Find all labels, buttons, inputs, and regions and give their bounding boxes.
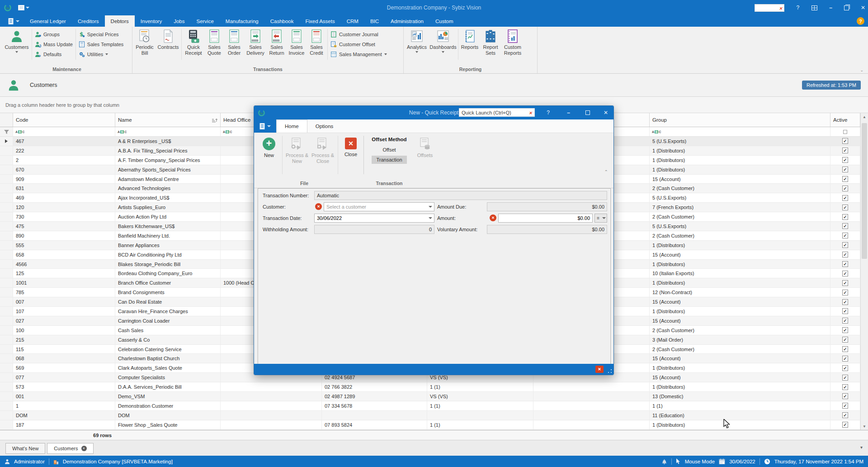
menu-service[interactable]: Service: [190, 15, 219, 27]
custom-reports-button[interactable]: Custom Reports: [501, 28, 524, 56]
periodic-bill-button[interactable]: Periodic Bill: [133, 28, 156, 56]
active-checkbox[interactable]: [842, 308, 848, 314]
transaction-date-picker[interactable]: 30/06/2022: [314, 214, 434, 223]
active-checkbox[interactable]: [842, 252, 848, 257]
tab-whats-new[interactable]: What's New: [5, 443, 45, 454]
help-icon[interactable]: [796, 5, 800, 10]
sales-delivery-button[interactable]: Sales Delivery: [244, 28, 267, 56]
groups-button[interactable]: Groups: [35, 30, 73, 38]
scroll-down-icon[interactable]: ▼: [861, 423, 868, 430]
active-checkbox[interactable]: [842, 346, 848, 352]
active-checkbox[interactable]: [842, 280, 848, 286]
dialog-help-icon[interactable]: [546, 110, 550, 115]
sales-templates-button[interactable]: Sales Templates: [79, 40, 124, 48]
column-header-active[interactable]: Active: [830, 113, 860, 127]
utilities-button[interactable]: Utilities: [79, 50, 124, 58]
clear-quick-launch-icon[interactable]: [528, 110, 532, 115]
ribbon-collapse-icon[interactable]: [860, 68, 863, 72]
menu-manufacturing[interactable]: Manufacturing: [220, 15, 264, 27]
menu-crm[interactable]: CRM: [341, 15, 364, 27]
validation-error-button[interactable]: [595, 366, 604, 373]
customer-journal-button[interactable]: Customer Journal: [330, 30, 387, 38]
table-row[interactable]: 001 Demo_VSM 02 4987 1289 VS (VS) 13 (Do…: [0, 392, 868, 401]
tab-customers[interactable]: Customers: [47, 443, 93, 454]
layout-panels-icon[interactable]: [811, 5, 817, 10]
status-user[interactable]: Administrator: [14, 459, 45, 464]
active-checkbox[interactable]: [842, 205, 848, 210]
active-checkbox[interactable]: [842, 403, 848, 409]
menu-inventory[interactable]: Inventory: [135, 15, 168, 27]
sales-order-button[interactable]: Sales Order: [224, 28, 244, 56]
table-row[interactable]: 187 Flower Shop _Sales Quote 07 893 5824…: [0, 420, 868, 430]
filter-cell-name[interactable]: ABC: [115, 127, 221, 136]
dialog-close-button[interactable]: [604, 110, 608, 115]
contracts-button[interactable]: Contracts: [156, 28, 180, 50]
quick-receipt-button[interactable]: Quick Receipt: [183, 28, 204, 56]
close-tab-icon[interactable]: [81, 446, 87, 451]
offsets-button[interactable]: Offsets: [413, 135, 437, 181]
process-and-close-button[interactable]: Process & Close: [310, 135, 336, 181]
active-checkbox[interactable]: [842, 290, 848, 295]
amount-field[interactable]: $0.00: [498, 214, 593, 223]
active-checkbox[interactable]: [842, 167, 848, 172]
clear-search-icon[interactable]: [779, 4, 783, 12]
title-search-input[interactable]: [755, 4, 784, 12]
filter-cell-group[interactable]: ABC: [650, 127, 830, 136]
quick-access-toolbar-button[interactable]: [18, 5, 29, 10]
column-header-group[interactable]: Group: [650, 113, 830, 127]
minimize-button[interactable]: [829, 5, 832, 10]
sales-credit-button[interactable]: Sales Credit: [307, 28, 326, 56]
dialog-new-button[interactable]: New: [258, 135, 280, 181]
active-checkbox[interactable]: [842, 318, 848, 324]
active-checkbox[interactable]: [842, 214, 848, 220]
report-sets-button[interactable]: Report Sets: [480, 28, 501, 56]
status-mouse-mode[interactable]: Mouse Mode: [685, 459, 715, 464]
notifications-bell-icon[interactable]: [661, 458, 667, 464]
transaction-number-field[interactable]: Automatic: [314, 191, 607, 200]
table-row[interactable]: 573 D.A.A. Services_Periodic Bill 02 766…: [0, 382, 868, 392]
active-checkbox[interactable]: [842, 261, 848, 267]
menu-debtors[interactable]: Debtors: [105, 15, 135, 27]
app-menu-button[interactable]: [4, 15, 24, 27]
active-checkbox[interactable]: [842, 412, 848, 418]
column-header-code[interactable]: Code: [13, 113, 115, 127]
dialog-maximize-button[interactable]: [585, 110, 590, 115]
dialog-app-menu-button[interactable]: [254, 119, 276, 133]
table-row[interactable]: 1 Demonstration Customer 07 334 5678 1 (…: [0, 401, 868, 411]
process-and-new-button[interactable]: Process & New: [284, 135, 310, 181]
menu-custom[interactable]: Custom: [429, 15, 459, 27]
active-checkbox[interactable]: [842, 299, 848, 305]
tab-list-dropdown-icon[interactable]: [860, 445, 863, 450]
active-checkbox[interactable]: [842, 186, 848, 191]
offset-option[interactable]: Offset: [378, 146, 400, 154]
active-checkbox[interactable]: [842, 223, 848, 229]
menu-creditors[interactable]: Creditors: [72, 15, 105, 27]
dialog-minimize-button[interactable]: [567, 110, 570, 115]
active-checkbox[interactable]: [842, 148, 848, 153]
active-checkbox[interactable]: [842, 365, 848, 371]
status-company[interactable]: Demonstration Company [SRVBETA.Marketing…: [63, 459, 173, 464]
menu-general-ledger[interactable]: General Ledger: [24, 15, 72, 27]
active-checkbox[interactable]: [842, 176, 848, 182]
dialog-tab-options[interactable]: Options: [307, 119, 342, 133]
customer-offset-button[interactable]: Customer Offset: [330, 40, 387, 48]
restore-button[interactable]: [844, 5, 849, 10]
defaults-button[interactable]: Defaults: [35, 50, 73, 58]
active-checkbox[interactable]: [842, 242, 848, 248]
active-checkbox[interactable]: [842, 271, 848, 276]
active-checkbox[interactable]: [842, 422, 848, 428]
active-checkbox[interactable]: [842, 157, 848, 163]
resize-grip[interactable]: [608, 369, 612, 373]
menu-administration[interactable]: Administration: [385, 15, 429, 27]
scrollbar-thumb[interactable]: [862, 123, 867, 259]
quick-launch-input[interactable]: Quick Launch (Ctrl+Q): [459, 108, 535, 117]
column-header-name[interactable]: Name: [115, 113, 221, 127]
help-button[interactable]: [857, 17, 864, 25]
analytics-button[interactable]: Analytics: [405, 28, 429, 53]
sales-management-button[interactable]: Sales Management: [330, 50, 387, 58]
filter-cell-active[interactable]: [830, 127, 860, 136]
menu-jobs[interactable]: Jobs: [168, 15, 190, 27]
customer-select[interactable]: Select a customer: [324, 202, 434, 211]
menu-bic[interactable]: BIC: [364, 15, 385, 27]
status-session-date[interactable]: 30/06/2022: [729, 459, 755, 464]
